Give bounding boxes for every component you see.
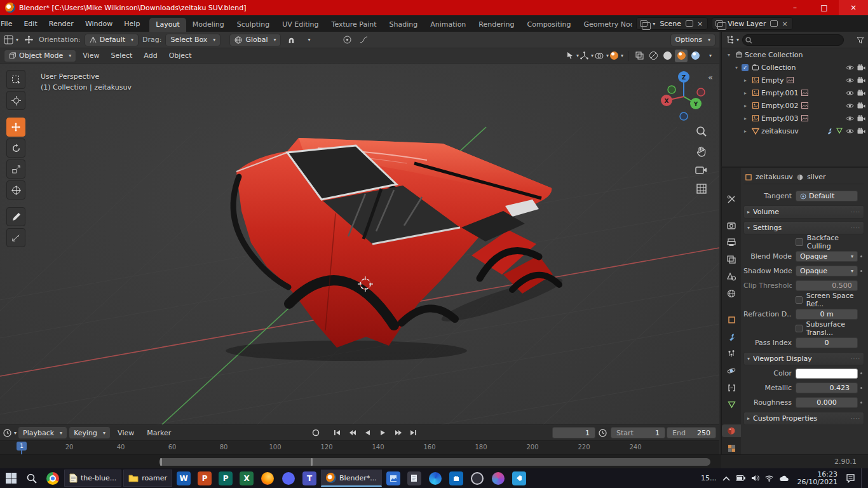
tab-animation[interactable]: Animation [424, 18, 472, 32]
section-viewport-display[interactable]: ▾ Viewport Display ···· [743, 352, 864, 365]
close-button[interactable]: × [839, 0, 868, 15]
disclosure-icon[interactable]: ▸ [742, 78, 749, 83]
drag-dropdown[interactable]: Select Box▾ [165, 34, 220, 46]
mode-dropdown[interactable]: Object Mode▾ [4, 50, 76, 62]
screen-space-refraction-checkbox[interactable] [796, 296, 803, 304]
outliner-item-scene-collection[interactable]: ▾ Scene Collection [722, 48, 868, 61]
taskbar-window-blender[interactable]: Blender*... [321, 470, 382, 487]
pass-index-field[interactable]: 0 [796, 337, 858, 348]
viewport-roughness-slider[interactable]: 0.000 [796, 397, 858, 408]
tab-sculpting[interactable]: Sculpting [231, 18, 276, 32]
disclosure-icon[interactable]: ▸ [742, 128, 749, 134]
clip-threshold-slider[interactable]: 0.500 [796, 280, 858, 291]
playhead[interactable]: 1 [17, 442, 27, 451]
menu-view[interactable]: View [78, 51, 104, 60]
show-desktop-button[interactable] [861, 468, 864, 488]
hide-viewport-eye-icon[interactable] [846, 128, 854, 134]
tab-material[interactable] [722, 424, 741, 437]
disable-render-camera-icon[interactable] [857, 90, 865, 96]
minimize-button[interactable]: – [780, 0, 810, 15]
frame-end-field[interactable]: End 250 [667, 427, 716, 438]
preview-range-toggle[interactable] [597, 426, 609, 439]
neg-z-axis-ball[interactable] [680, 112, 688, 120]
unlink-scene-icon[interactable]: × [696, 20, 704, 28]
menu-help[interactable]: Help [118, 15, 146, 32]
menu-edit[interactable]: Edit [18, 15, 43, 32]
ortho-toggle-button[interactable] [696, 183, 707, 194]
annotate-tool[interactable] [6, 207, 25, 226]
notification-center-icon[interactable] [846, 474, 855, 483]
rotate-tool[interactable] [6, 139, 25, 158]
scale-tool[interactable] [6, 159, 25, 179]
viewport-scene[interactable] [0, 64, 719, 424]
timeline-menu-marker[interactable]: Marker [141, 429, 177, 437]
tab-world[interactable] [722, 287, 741, 300]
paint-icon[interactable] [489, 468, 508, 488]
section-custom-properties[interactable]: ▸ Custom Properties ···· [743, 412, 864, 425]
onedrive-cloud-icon[interactable] [779, 475, 789, 482]
tab-rendering[interactable]: Rendering [472, 18, 520, 32]
hide-viewport-eye-icon[interactable] [846, 90, 854, 96]
disable-render-camera-icon[interactable] [857, 77, 865, 83]
zoom-button[interactable] [696, 126, 707, 137]
taskbar-window-roamer[interactable]: roamer [123, 470, 172, 487]
obs-icon[interactable] [468, 468, 487, 488]
disable-render-camera-icon[interactable] [857, 115, 865, 121]
prev-keyframe-button[interactable] [346, 427, 360, 438]
navigation-gizmo[interactable]: Z X Y [656, 69, 713, 126]
menu-window[interactable]: Window [79, 15, 118, 32]
hide-viewport-eye-icon[interactable] [846, 116, 854, 121]
selectability-dropdown[interactable]: ▾ [566, 50, 579, 62]
orientation-dropdown[interactable]: Default▾ [85, 34, 139, 46]
shading-options-dropdown[interactable]: ▾ [703, 50, 715, 62]
volume-icon[interactable] [751, 475, 759, 482]
disclosure-icon[interactable]: ▸ [742, 116, 749, 121]
keying-dropdown[interactable]: Keying▾ [69, 426, 111, 439]
timeline-editor-type-button[interactable]: ▾ [3, 426, 17, 439]
snap-toggle-button[interactable] [285, 34, 297, 46]
battery-icon[interactable] [736, 475, 745, 481]
taskbar-window-the-blue[interactable]: the-blue... [64, 470, 121, 487]
taskbar-search-button[interactable] [22, 468, 41, 488]
transform-space-dropdown[interactable]: Global▾ [229, 34, 281, 46]
disclosure-icon[interactable]: ▸ [742, 90, 749, 96]
tab-modifiers[interactable] [722, 330, 741, 343]
section-volume[interactable]: ▸ Volume ···· [743, 205, 864, 219]
outliner-search-input[interactable] [742, 34, 844, 46]
outliner-item-empty[interactable]: ▸ Empty [722, 74, 868, 86]
sidebar-collapse-icon[interactable]: « [708, 72, 713, 82]
vscode-icon[interactable] [510, 468, 529, 488]
play-reverse-button[interactable] [361, 427, 375, 438]
collection-checkbox[interactable]: ✓ [742, 64, 749, 71]
firefox-icon[interactable] [258, 468, 277, 488]
breadcrumb-material-name[interactable]: silver [807, 173, 826, 181]
tab-output[interactable] [722, 236, 741, 249]
breadcrumb-object-name[interactable]: zeitakusuv [756, 173, 793, 181]
shading-material-button[interactable] [675, 50, 688, 62]
taskbar-clock[interactable]: 16:23 26/10/2021 [795, 471, 840, 486]
render-preview-dropdown[interactable]: ▾ [610, 50, 623, 62]
timeline-scrollbar-handle[interactable] [159, 458, 710, 466]
cursor-tool[interactable] [6, 91, 25, 110]
snap-options-dropdown[interactable]: ▾ [301, 34, 314, 46]
timeline-menu-view[interactable]: View [112, 429, 140, 437]
tab-texture-paint[interactable]: Texture Paint [325, 18, 383, 32]
titlebar[interactable]: Blender* [C:\Users\Mike Wilkinson\Downlo… [0, 0, 868, 15]
proportional-falloff-dropdown[interactable] [357, 34, 370, 46]
add-view-layer-icon[interactable] [770, 20, 778, 27]
outliner-item-empty-002[interactable]: ▸ Empty.002 [722, 99, 868, 112]
playback-dropdown[interactable]: Playback▾ [18, 426, 67, 439]
tab-physics[interactable] [722, 365, 741, 377]
current-frame-field[interactable]: 1 [552, 427, 595, 438]
scene-selector[interactable]: ▾ Scene × [636, 17, 708, 30]
tab-render[interactable] [722, 219, 741, 232]
menu-object[interactable]: Object [164, 51, 197, 60]
tab-scene[interactable] [722, 270, 741, 283]
filter-icon[interactable] [857, 36, 864, 44]
next-keyframe-button[interactable] [391, 427, 405, 438]
hide-viewport-eye-icon[interactable] [846, 78, 854, 83]
outliner-item-collection[interactable]: ▾ ✓ Collection [722, 61, 868, 74]
xray-toggle[interactable] [633, 50, 646, 62]
start-button[interactable] [1, 468, 20, 488]
new-scene-icon[interactable] [686, 20, 693, 27]
